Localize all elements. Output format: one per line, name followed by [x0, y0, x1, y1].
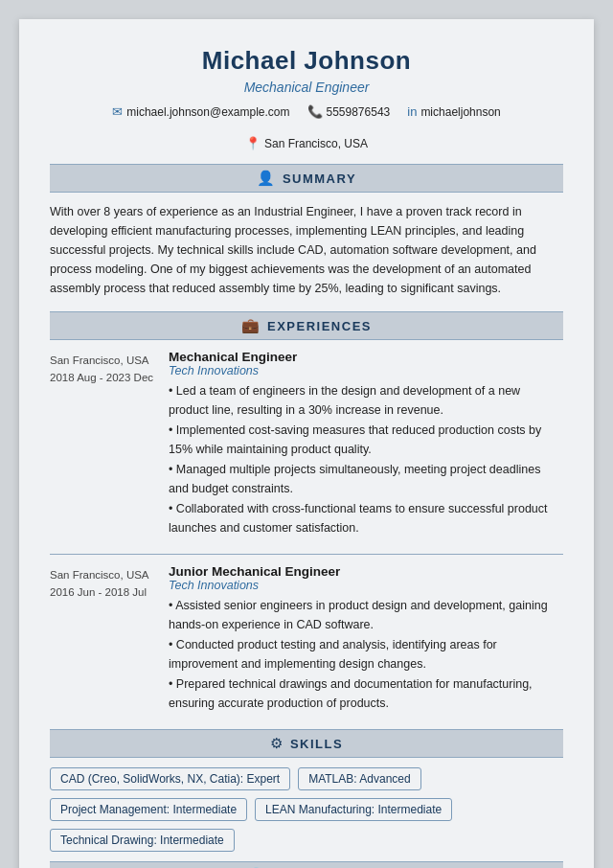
exp-company-2: Tech Innovations	[169, 579, 563, 592]
exp-right-2: Junior Mechanical Engineer Tech Innovati…	[169, 564, 563, 714]
exp-left-1: San Francisco, USA 2018 Aug - 2023 Dec	[50, 350, 155, 538]
experiences-list: San Francisco, USA 2018 Aug - 2023 Dec M…	[50, 350, 563, 714]
linkedin-contact: in michaeljohnson	[407, 104, 501, 119]
skills-tags: CAD (Creo, SolidWorks, NX, Catia): Exper…	[50, 767, 563, 852]
exp-jobtitle-1: Mechanical Engineer	[169, 350, 563, 364]
exp-date-1: 2018 Aug - 2023 Dec	[50, 369, 155, 386]
summary-section-header: 👤 SUMMARY	[50, 164, 563, 193]
languages-section-header: 🌐 LANGUAGES	[50, 861, 563, 868]
skill-tag-4: Technical Drawing: Intermediate	[50, 829, 235, 852]
email-icon: ✉	[112, 104, 123, 119]
phone-icon: 📞	[307, 104, 323, 119]
linkedin-value: michaeljohnson	[420, 105, 500, 119]
location-icon: 📍	[245, 136, 261, 150]
skills-icon: ⚙	[270, 735, 283, 752]
bullet-2-3: • Prepared technical drawings and docume…	[169, 674, 563, 713]
skill-tag-1: MATLAB: Advanced	[298, 767, 421, 790]
exp-location-1: San Francisco, USA	[50, 352, 155, 369]
exp-location-2: San Francisco, USA	[50, 566, 155, 583]
experiences-section-header: 💼 EXPERIENCES	[50, 311, 563, 340]
location-contact: 📍 San Francisco, USA	[245, 136, 368, 150]
candidate-title: Mechanical Engineer	[50, 80, 563, 95]
summary-text: With over 8 years of experience as an In…	[50, 202, 563, 298]
skill-tag-0: CAD (Creo, SolidWorks, NX, Catia): Exper…	[50, 767, 290, 790]
summary-label: SUMMARY	[283, 171, 356, 186]
exp-company-1: Tech Innovations	[169, 364, 563, 377]
location-value: San Francisco, USA	[264, 137, 368, 150]
contact-row: ✉ michael.johnson@example.com 📞 55598765…	[50, 104, 563, 150]
bullet-1-2: • Implemented cost-saving measures that …	[169, 421, 563, 459]
skills-label: SKILLS	[290, 737, 343, 751]
experiences-label: EXPERIENCES	[267, 319, 372, 333]
experiences-icon: 💼	[241, 317, 260, 334]
phone-contact: 📞 5559876543	[307, 104, 391, 119]
candidate-name: Michael Johnson	[50, 46, 563, 76]
summary-icon: 👤	[257, 170, 275, 187]
bullet-2-1: • Assisted senior engineers in product d…	[169, 596, 563, 634]
exp-right-1: Mechanical Engineer Tech Innovations • L…	[169, 350, 563, 538]
email-contact: ✉ michael.johnson@example.com	[112, 104, 289, 119]
experience-item-2: San Francisco, USA 2016 Jun - 2018 Jul J…	[50, 564, 563, 714]
exp-left-2: San Francisco, USA 2016 Jun - 2018 Jul	[50, 564, 155, 714]
experience-item-1: San Francisco, USA 2018 Aug - 2023 Dec M…	[50, 350, 563, 538]
bullet-2-2: • Conducted product testing and analysis…	[169, 635, 563, 674]
exp-divider	[50, 554, 563, 555]
bullet-1-4: • Collaborated with cross-functional tea…	[169, 499, 563, 537]
exp-jobtitle-2: Junior Mechanical Engineer	[169, 564, 563, 579]
skill-tag-2: Project Management: Intermediate	[50, 798, 247, 821]
exp-bullets-2: • Assisted senior engineers in product d…	[169, 596, 563, 713]
bullet-1-3: • Managed multiple projects simultaneous…	[169, 460, 563, 498]
phone-value: 5559876543	[327, 105, 391, 119]
skills-section-header: ⚙ SKILLS	[50, 729, 563, 758]
skill-tag-3: LEAN Manufacturing: Intermediate	[255, 798, 452, 821]
email-value: michael.johnson@example.com	[126, 105, 289, 119]
linkedin-icon: in	[407, 104, 417, 119]
exp-date-2: 2016 Jun - 2018 Jul	[50, 583, 155, 601]
resume: Michael Johnson Mechanical Engineer ✉ mi…	[19, 19, 594, 868]
exp-bullets-1: • Led a team of engineers in the design …	[169, 381, 563, 537]
bullet-1-1: • Led a team of engineers in the design …	[169, 381, 563, 420]
skills-list: CAD (Creo, SolidWorks, NX, Catia): Exper…	[50, 767, 563, 852]
